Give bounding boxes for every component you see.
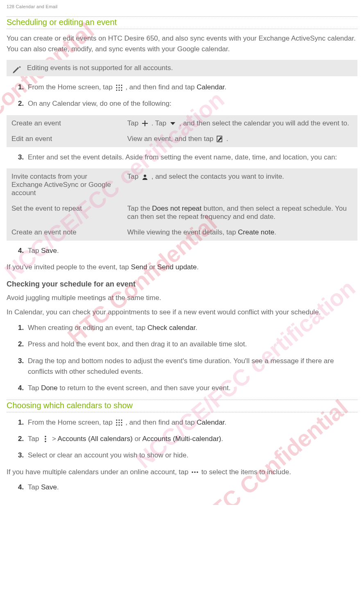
step-text: . bbox=[57, 483, 59, 491]
text: to select the items to include. bbox=[201, 468, 291, 476]
step-text-strong: Check calendar bbox=[147, 324, 195, 332]
step-text: Drag the top and bottom nodes to adjust … bbox=[28, 357, 334, 375]
divider bbox=[7, 16, 357, 17]
sub-step-1: When creating or editing an event, tap C… bbox=[18, 323, 357, 333]
svg-point-17 bbox=[118, 425, 120, 426]
more-horizontal-icon bbox=[191, 468, 199, 476]
svg-point-0 bbox=[116, 84, 117, 86]
text: or bbox=[147, 263, 158, 271]
step-text: . bbox=[57, 247, 59, 255]
svg-point-24 bbox=[197, 471, 198, 473]
table-row: Edit an event View an event, and then ta… bbox=[7, 132, 357, 146]
text: If you have multiple calendars under an … bbox=[7, 468, 190, 476]
svg-point-10 bbox=[116, 420, 117, 421]
step-text-strong: Calendar bbox=[197, 418, 224, 426]
cell-text: Tap the bbox=[127, 205, 152, 212]
svg-point-8 bbox=[121, 89, 122, 91]
svg-point-22 bbox=[192, 471, 193, 473]
after-steps-text: If you've invited people to the event, t… bbox=[7, 262, 357, 273]
step-text: On any Calendar view, do one of the foll… bbox=[28, 100, 172, 107]
step-text-strong: Accounts (All calendars) bbox=[58, 435, 133, 443]
steps-list: From the Home screen, tap , and then fin… bbox=[18, 82, 357, 109]
cell-text: Tap bbox=[127, 119, 140, 127]
svg-point-15 bbox=[121, 422, 122, 423]
edit-icon bbox=[216, 135, 224, 143]
table-cell-value: View an event, and then tap . bbox=[123, 132, 357, 146]
section-title-scheduling: Scheduling or editing an event bbox=[7, 18, 357, 27]
table-row: Create an event note While viewing the e… bbox=[7, 225, 357, 240]
svg-point-6 bbox=[116, 89, 117, 91]
table-event-details: Invite contacts from your Exchange Activ… bbox=[7, 168, 357, 241]
svg-point-19 bbox=[45, 436, 46, 438]
text-strong: Send bbox=[131, 263, 147, 271]
sub-intro: Avoid juggling multiple meetings at the … bbox=[7, 293, 357, 303]
step-text: Tap bbox=[28, 384, 41, 392]
steps-list: Enter and set the event details. Aside f… bbox=[18, 152, 357, 163]
step-text-strong: Save bbox=[41, 483, 57, 491]
sub-steps-list: When creating or editing an event, tap C… bbox=[18, 323, 357, 394]
step-2: On any Calendar view, do one of the foll… bbox=[18, 98, 357, 109]
cell-text: . Tap bbox=[151, 119, 168, 127]
step-text-strong: Save bbox=[41, 247, 57, 255]
step-1: From the Home screen, tap , and then fin… bbox=[18, 82, 357, 93]
svg-point-1 bbox=[118, 84, 120, 86]
svg-point-20 bbox=[45, 439, 46, 440]
steps-list-section2b: Tap Save. bbox=[18, 482, 357, 493]
cell-text: . bbox=[226, 135, 228, 143]
step-text: to return to the event screen, and then … bbox=[58, 384, 231, 392]
table-cell-label: Create an event note bbox=[7, 225, 122, 240]
divider bbox=[7, 29, 357, 29]
cell-text: . bbox=[274, 228, 276, 236]
table-cell-label: Invite contacts from your Exchange Activ… bbox=[7, 169, 122, 200]
svg-point-3 bbox=[116, 87, 117, 88]
table-cell-value: Tap the Does not repeat button, and then… bbox=[123, 201, 357, 224]
sub-para: In Calendar, you can check your appointm… bbox=[7, 307, 357, 318]
step-text-strong: Done bbox=[41, 384, 58, 392]
watermark-confidential: HTC Confidential bbox=[308, 497, 364, 505]
divider bbox=[7, 412, 357, 412]
step-3: Enter and set the event details. Aside f… bbox=[18, 152, 357, 163]
table-cell-label: Set the event to repeat bbox=[7, 201, 122, 224]
table-row: Invite contacts from your Exchange Activ… bbox=[7, 169, 357, 200]
section-title-choosing: Choosing which calendars to show bbox=[7, 401, 357, 410]
cell-text: Tap bbox=[127, 173, 140, 180]
step-text-strong: Accounts (Multi-calendar) bbox=[142, 435, 222, 443]
step-text: . bbox=[195, 324, 197, 332]
text-strong: Send update bbox=[157, 263, 197, 271]
svg-point-12 bbox=[121, 420, 122, 421]
sub-step-4: Tap Done to return to the event screen, … bbox=[18, 383, 357, 393]
svg-point-5 bbox=[121, 87, 122, 88]
svg-point-21 bbox=[45, 441, 46, 443]
step-text: , and then find and tap bbox=[125, 83, 197, 91]
divider bbox=[7, 400, 357, 400]
table-row: Create an event Tap . Tap , and then sel… bbox=[7, 116, 357, 131]
step-text: Select or clear an account you wish to s… bbox=[28, 451, 188, 459]
step-text: Press and hold the event box, and then d… bbox=[28, 340, 247, 348]
svg-point-11 bbox=[118, 420, 120, 421]
step-text: . bbox=[224, 83, 226, 91]
s2-step-2: Tap > Accounts (All calendars) or Accoun… bbox=[18, 434, 357, 444]
s2-step-1: From the Home screen, tap , and then fin… bbox=[18, 417, 357, 428]
table-cell-value: Tap . Tap , and then select the calendar… bbox=[123, 116, 357, 131]
svg-point-4 bbox=[118, 87, 120, 88]
step-text: From the Home screen, tap bbox=[28, 83, 115, 91]
table-cell-value: While viewing the event details, tap Cre… bbox=[123, 225, 357, 240]
table-cell-value: Tap , and select the contacts you want t… bbox=[123, 169, 357, 200]
subheading-checking-schedule: Checking your schedule for an event bbox=[7, 280, 357, 289]
text: . bbox=[197, 263, 199, 271]
step-text: > bbox=[52, 435, 58, 443]
sub-step-2: Press and hold the event box, and then d… bbox=[18, 339, 357, 350]
watermark-cert: NCC/CE/FCC certification bbox=[351, 496, 364, 505]
apps-grid-icon bbox=[115, 419, 123, 426]
step-text: Tap bbox=[28, 435, 41, 443]
cell-text-strong: Create note bbox=[238, 228, 274, 236]
step-text: or bbox=[133, 435, 142, 443]
table-create-edit: Create an event Tap . Tap , and then sel… bbox=[7, 115, 357, 147]
sub-step-3: Drag the top and bottom nodes to adjust … bbox=[18, 356, 357, 377]
steps-list-section2: From the Home screen, tap , and then fin… bbox=[18, 417, 357, 461]
contact-icon bbox=[141, 173, 149, 181]
svg-point-2 bbox=[121, 84, 122, 86]
svg-point-23 bbox=[194, 471, 196, 473]
step-text: , and then find and tap bbox=[125, 418, 197, 426]
svg-point-7 bbox=[118, 89, 120, 91]
